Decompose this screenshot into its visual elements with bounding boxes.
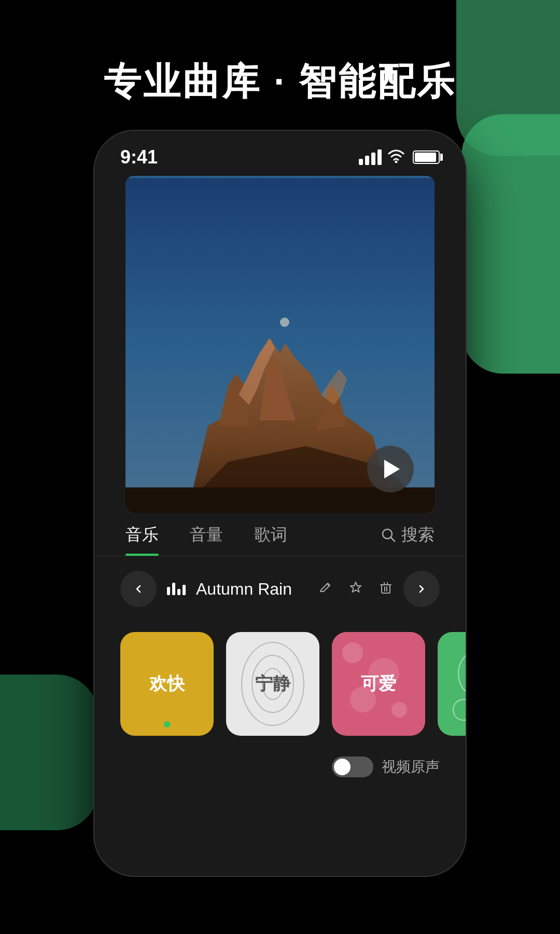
mood-joyful[interactable]: 愉悦 — [438, 632, 466, 736]
mood-calm[interactable]: 宁静 — [226, 632, 319, 736]
status-bar: 9:41 — [94, 131, 466, 176]
toggle-label: 视频原声 — [382, 757, 440, 777]
tab-music-label: 音乐 — [125, 525, 159, 544]
track-name: Autumn Rain — [196, 580, 308, 599]
toggle-knob — [334, 759, 351, 775]
mood-cute[interactable]: 可爱 — [332, 632, 425, 736]
tab-lyrics-label: 歌词 — [254, 525, 287, 544]
video-preview — [125, 176, 435, 513]
audio-bars-icon — [167, 583, 186, 595]
delete-icon[interactable] — [379, 580, 393, 599]
edit-icon[interactable] — [318, 580, 333, 599]
battery-icon — [413, 150, 440, 164]
tab-volume-label: 音量 — [190, 525, 223, 544]
bg-decoration-right-mid — [461, 114, 560, 374]
mood-happy[interactable]: 欢快 — [120, 632, 214, 736]
svg-point-0 — [395, 160, 398, 163]
tab-bar: 音乐 音量 歌词 搜索 — [94, 513, 466, 556]
mood-calm-label: 宁静 — [255, 672, 290, 696]
svg-line-11 — [391, 538, 395, 541]
track-row: Autumn Rain — [94, 556, 466, 622]
search-button[interactable]: 搜索 — [381, 524, 435, 556]
mood-row: 欢快 宁静 可爱 — [94, 622, 466, 746]
track-actions — [318, 580, 393, 599]
signal-icon — [359, 149, 382, 165]
svg-rect-14 — [382, 585, 390, 593]
wifi-icon — [388, 148, 404, 167]
tab-music[interactable]: 音乐 — [125, 524, 159, 556]
tab-volume[interactable]: 音量 — [190, 524, 223, 556]
svg-point-31 — [453, 699, 466, 720]
play-icon — [384, 460, 400, 478]
mood-active-dot — [164, 721, 170, 727]
original-audio-toggle[interactable] — [332, 757, 373, 777]
svg-point-27 — [458, 648, 466, 699]
search-icon — [381, 527, 396, 543]
bottom-bar: 视频原声 — [94, 746, 466, 788]
next-button[interactable] — [403, 571, 440, 607]
mood-happy-label: 欢快 — [149, 672, 185, 696]
svg-point-26 — [391, 702, 407, 718]
moon — [280, 318, 289, 327]
tab-lyrics[interactable]: 歌词 — [254, 524, 287, 556]
prev-button[interactable] — [120, 571, 157, 607]
play-button[interactable] — [367, 446, 414, 492]
phone-mockup: 9:41 — [93, 130, 467, 877]
status-time: 9:41 — [120, 146, 158, 168]
star-icon[interactable] — [348, 580, 363, 599]
svg-point-23 — [342, 642, 363, 663]
search-label: 搜索 — [401, 524, 435, 546]
bg-decoration-bottom-left — [0, 675, 99, 830]
mood-cute-label: 可爱 — [361, 672, 396, 696]
svg-marker-13 — [351, 582, 361, 592]
page-title: 专业曲库 · 智能配乐 — [104, 61, 456, 102]
status-icons — [359, 148, 440, 167]
